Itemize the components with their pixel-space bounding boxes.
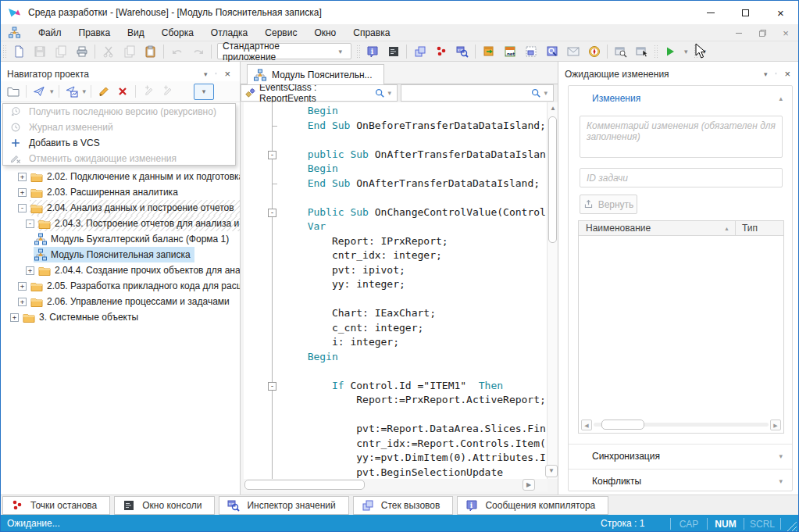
tree-row[interactable]: +2.06. Управление процессами и задачами (1, 294, 240, 309)
publish-button[interactable] (30, 83, 48, 100)
debug-pointer-window-icon[interactable] (631, 42, 652, 61)
section-synchronization[interactable]: Синхронизация ▾ (569, 447, 792, 466)
scroll-right-icon[interactable]: ▶ (770, 420, 781, 430)
tree-row[interactable]: +2.02. Подключение к данным и их подгото… (1, 169, 240, 184)
toolbar-grip[interactable] (2, 45, 6, 59)
expand-icon[interactable]: + (26, 266, 34, 275)
menu-item-add-to-vcs-icon[interactable]: Добавить в VCS (3, 135, 235, 151)
change-comment-input[interactable] (580, 116, 783, 158)
import-window-icon[interactable] (478, 42, 499, 61)
pending-pin-icon[interactable] (771, 69, 781, 79)
vcs-dropdown-button[interactable]: ▾ (194, 84, 214, 100)
tree-row[interactable]: +2.04.4. Создание прочих объектов для ан… (1, 262, 240, 278)
expand-icon[interactable]: + (18, 188, 27, 197)
fold-collapse-icon[interactable]: - (268, 151, 276, 159)
new-document-icon[interactable] (8, 42, 29, 61)
menu-Сервис[interactable]: Сервис (256, 25, 305, 41)
section-conflicts[interactable]: Конфликты ▾ (569, 472, 792, 491)
resize-grip[interactable] (786, 520, 797, 531)
tree-row[interactable]: -2.04. Анализ данных и построение отчето… (1, 200, 240, 216)
search-icon[interactable] (374, 87, 385, 98)
tree-item[interactable]: 2.06. Управление процессами и задачами (30, 294, 234, 309)
undo-icon[interactable] (166, 42, 187, 61)
run-icon[interactable] (659, 42, 680, 61)
menu-Правка[interactable]: Правка (70, 25, 119, 41)
section-expand-icon[interactable]: ▾ (779, 452, 783, 460)
tab-call-stack[interactable]: Стек вызовов (353, 496, 454, 515)
publish-caret-icon[interactable]: ▾ (48, 87, 55, 95)
navigator-pin-icon[interactable] (211, 69, 221, 79)
navigator-close-icon[interactable]: × (221, 68, 234, 80)
menu-item-undo-pending-changes-icon[interactable]: Отменить ожидающие изменения (3, 151, 235, 166)
select-window-icon[interactable] (520, 42, 541, 61)
vertical-scroll-thumb[interactable] (548, 116, 557, 243)
paste-icon[interactable] (140, 42, 161, 61)
horizontal-scroll-thumb[interactable] (244, 480, 365, 490)
menu-Вид[interactable]: Вид (119, 25, 153, 41)
toolbar-grip[interactable] (654, 45, 658, 59)
copy-icon[interactable] (119, 42, 140, 61)
pending-close-icon[interactable]: × (781, 68, 794, 80)
navigator-compass-icon[interactable] (583, 42, 605, 61)
search-caret-icon[interactable]: ▾ (541, 89, 550, 97)
tree-item[interactable]: 2.05. Разработка прикладного кода для ра… (30, 278, 240, 294)
navigator-menu-caret-icon[interactable]: ▾ (200, 70, 212, 78)
save-all-icon[interactable] (50, 42, 71, 61)
tree-row[interactable]: +2.05. Разработка прикладного кода для р… (1, 278, 240, 294)
tab-console[interactable]: Окно консоли (114, 496, 215, 515)
minimize-button[interactable] (693, 1, 728, 24)
save-icon[interactable] (29, 42, 50, 61)
fold-collapse-icon[interactable]: - (268, 209, 276, 217)
editor-horizontal-scrollbar[interactable]: ▶ (244, 479, 548, 491)
tree-item[interactable]: 2.04. Анализ данных и построение отчетов (30, 200, 240, 216)
publish-report-caret-icon[interactable]: ▾ (81, 87, 88, 95)
tree-item[interactable]: 2.02. Подключение к данным и их подготов… (30, 169, 240, 184)
tree-row[interactable]: Модуль Пояснительная записка (1, 247, 240, 262)
search-icon[interactable] (530, 87, 541, 98)
menu-Отладка[interactable]: Отладка (202, 25, 256, 41)
scope-caret-icon[interactable]: ▾ (385, 89, 394, 97)
tab-compiler-messages[interactable]: Сообщения компилятора (457, 496, 608, 515)
tree-row[interactable]: -2.04.3. Построение отчетов для анализа … (1, 216, 240, 231)
collapse-icon[interactable]: - (26, 220, 34, 228)
toolbar-grip[interactable] (356, 45, 360, 59)
grid-horizontal-scrollbar[interactable]: ◀ ▶ (581, 419, 781, 430)
tree-item[interactable]: 3. Системные объекты (22, 309, 142, 325)
collapse-icon[interactable]: - (18, 204, 27, 212)
tab-breakpoints[interactable]: Точки останова (2, 496, 110, 515)
tree-item[interactable]: Модуль Бухгалтерский баланс (Форма 1) (34, 231, 233, 247)
add-edit-alt-button[interactable] (158, 83, 177, 100)
edit-button[interactable] (95, 83, 113, 100)
menu-Справка[interactable]: Справка (344, 25, 398, 41)
tree-row[interactable]: +3. Системные объекты (1, 309, 240, 325)
open-object-button[interactable] (4, 83, 23, 100)
breakpoints-icon[interactable] (430, 42, 451, 61)
scroll-right-icon[interactable]: ▶ (523, 479, 535, 491)
tab-value-inspector[interactable]: Инспектор значений (219, 496, 348, 515)
info-window-icon[interactable] (362, 42, 383, 61)
publish-report-button[interactable] (62, 83, 81, 100)
column-type[interactable]: Тип (735, 221, 783, 235)
windows-cascade-icon[interactable] (409, 42, 430, 61)
column-name[interactable]: Наименование ▲ (579, 223, 735, 234)
tree-item[interactable]: Модуль Пояснительная записка (34, 247, 194, 262)
editor-vertical-scrollbar[interactable]: ▲ ▼ (547, 102, 558, 479)
toolbar-dropdown-icon[interactable]: ▾ (680, 48, 692, 55)
pending-menu-caret-icon[interactable]: ▾ (760, 70, 772, 78)
task-id-input[interactable] (580, 168, 783, 187)
print-icon[interactable] (71, 42, 92, 61)
expand-icon[interactable]: + (18, 298, 27, 306)
send-mail-icon[interactable] (562, 42, 583, 61)
mdi-minimize-button[interactable] (733, 27, 745, 38)
dotnet-icon[interactable] (499, 42, 520, 61)
maximize-button[interactable] (728, 1, 763, 24)
expand-icon[interactable]: + (10, 313, 19, 322)
mdi-close-button[interactable]: × (779, 27, 792, 38)
menu-item-get-latest-version-icon[interactable]: Получить последнюю версию (рекурсивно) (3, 104, 235, 120)
delete-button[interactable] (113, 83, 132, 100)
mdi-restore-button[interactable] (756, 27, 769, 38)
cut-icon[interactable] (98, 42, 119, 61)
section-expand-icon[interactable]: ▾ (779, 477, 783, 485)
section-changes[interactable]: Изменения ▴ (569, 89, 792, 108)
expand-icon[interactable]: + (18, 282, 27, 291)
